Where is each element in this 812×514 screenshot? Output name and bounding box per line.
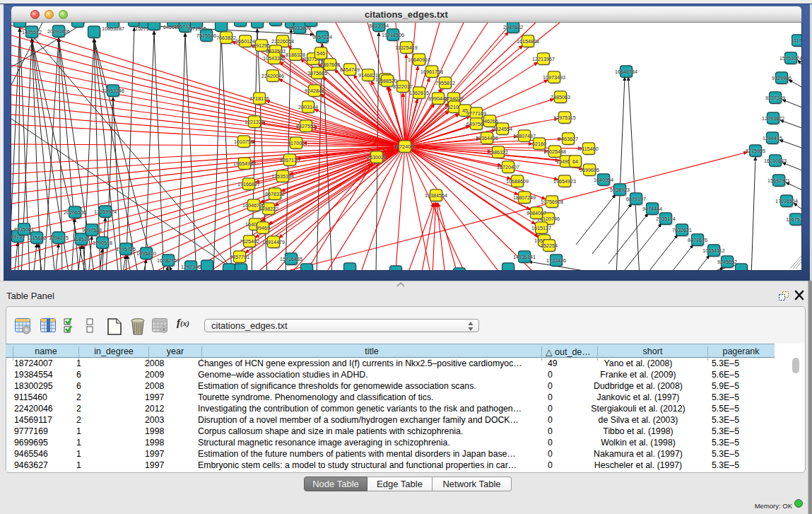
svg-text:10807487: 10807487 xyxy=(513,133,536,139)
svg-text:19218506: 19218506 xyxy=(382,32,404,38)
svg-text:9357224: 9357224 xyxy=(312,34,332,40)
svg-text:1795725: 1795725 xyxy=(116,246,136,252)
svg-text:8935061: 8935061 xyxy=(14,226,34,233)
svg-text:2718176: 2718176 xyxy=(249,95,269,102)
svg-text:19384554: 19384554 xyxy=(425,192,447,199)
svg-text:3624554: 3624554 xyxy=(493,126,512,132)
svg-text:8322037: 8322037 xyxy=(393,83,413,90)
svg-text:9699695: 9699695 xyxy=(579,167,599,173)
svg-text:99469: 99469 xyxy=(256,225,270,231)
svg-text:2530029: 2530029 xyxy=(367,154,387,160)
svg-text:10025488: 10025488 xyxy=(543,148,566,155)
svg-text:8186328: 8186328 xyxy=(286,52,305,58)
svg-text:1115682: 1115682 xyxy=(28,235,47,241)
svg-text:62160: 62160 xyxy=(532,141,546,147)
svg-text:1010755: 1010755 xyxy=(234,139,254,145)
svg-text:9097588: 9097588 xyxy=(82,227,102,233)
svg-text:16210643: 16210643 xyxy=(764,158,787,164)
svg-text:7663822: 7663822 xyxy=(216,35,236,41)
svg-text:15692971: 15692971 xyxy=(767,177,790,184)
svg-text:9115460: 9115460 xyxy=(579,146,598,152)
svg-text:7625402: 7625402 xyxy=(240,238,259,245)
svg-text:1733426: 1733426 xyxy=(546,257,566,264)
svg-text:18807249: 18807249 xyxy=(513,194,536,201)
svg-text:15720407: 15720407 xyxy=(497,164,519,170)
svg-text:15716485: 15716485 xyxy=(280,256,302,262)
svg-text:1292346: 1292346 xyxy=(181,264,201,270)
svg-text:5938923: 5938923 xyxy=(610,187,630,193)
svg-text:1204275: 1204275 xyxy=(49,235,69,241)
svg-text:1640954: 1640954 xyxy=(594,177,613,183)
svg-text:8454749: 8454749 xyxy=(340,66,360,73)
svg-text:3875685: 3875685 xyxy=(307,70,327,76)
svg-text:1405572: 1405572 xyxy=(22,29,42,35)
svg-text:7986322: 7986322 xyxy=(488,149,508,156)
svg-text:9084067: 9084067 xyxy=(526,210,546,216)
svg-text:252254: 252254 xyxy=(541,243,558,249)
svg-text:12213967: 12213967 xyxy=(532,56,555,62)
svg-text:1615137: 1615137 xyxy=(531,225,551,231)
svg-text:8813054: 8813054 xyxy=(369,23,389,29)
svg-text:16648784: 16648784 xyxy=(615,69,637,75)
svg-text:1362615: 1362615 xyxy=(409,90,429,96)
svg-text:18724007: 18724007 xyxy=(394,144,416,150)
svg-text:9457791: 9457791 xyxy=(230,254,249,260)
svg-text:8267130: 8267130 xyxy=(280,157,300,163)
svg-text:7485063: 7485063 xyxy=(551,94,570,100)
svg-text:14136141: 14136141 xyxy=(513,254,536,260)
svg-text:10973493: 10973493 xyxy=(543,74,565,81)
svg-text:7632621: 7632621 xyxy=(672,227,692,233)
svg-text:2987682: 2987682 xyxy=(503,24,523,30)
svg-text:1167533: 1167533 xyxy=(786,216,801,223)
svg-text:1290518: 1290518 xyxy=(93,240,112,246)
svg-text:10688609: 10688609 xyxy=(506,178,529,185)
svg-text:16914479: 16914479 xyxy=(262,239,285,245)
svg-text:10756928: 10756928 xyxy=(541,199,563,205)
svg-text:19654923: 19654923 xyxy=(553,178,576,185)
svg-text:12975115: 12975115 xyxy=(553,115,575,121)
svg-text:64: 64 xyxy=(572,158,578,165)
svg-text:9777169: 9777169 xyxy=(466,110,486,117)
svg-text:2935114: 2935114 xyxy=(656,216,675,222)
svg-text:8427552: 8427552 xyxy=(296,123,316,129)
svg-text:1244415: 1244415 xyxy=(763,135,782,141)
svg-text:11177: 11177 xyxy=(792,37,801,44)
svg-text:11325419: 11325419 xyxy=(395,45,417,51)
svg-text:7515546: 7515546 xyxy=(196,33,216,39)
svg-text:6879197: 6879197 xyxy=(626,196,646,202)
svg-text:8471676: 8471676 xyxy=(688,237,707,243)
svg-text:23226058: 23226058 xyxy=(271,38,294,45)
svg-text:12093872: 12093872 xyxy=(762,115,784,122)
svg-text:746266: 746266 xyxy=(481,118,498,124)
svg-text:20091406: 20091406 xyxy=(47,28,70,35)
svg-text:16046736: 16046736 xyxy=(242,202,265,209)
svg-text:19654983: 19654983 xyxy=(233,160,256,167)
svg-text:2803144: 2803144 xyxy=(298,104,318,110)
svg-text:9245652: 9245652 xyxy=(717,259,737,265)
svg-text:114519: 114519 xyxy=(73,236,89,243)
svg-text:9242848: 9242848 xyxy=(305,88,324,94)
svg-text:9227349: 9227349 xyxy=(765,95,785,101)
svg-text:10654112: 10654112 xyxy=(702,247,724,254)
svg-text:16640910: 16640910 xyxy=(408,57,430,63)
svg-text:16961758: 16961758 xyxy=(420,69,443,75)
svg-text:546: 546 xyxy=(317,50,325,57)
svg-text:8660124: 8660124 xyxy=(235,38,255,45)
svg-text:17359924: 17359924 xyxy=(94,209,117,215)
svg-text:10653287: 10653287 xyxy=(102,25,124,32)
svg-text:16782759: 16782759 xyxy=(157,257,180,264)
svg-text:22420046: 22420046 xyxy=(261,73,284,79)
svg-text:8215955: 8215955 xyxy=(746,148,765,154)
svg-text:15751074: 15751074 xyxy=(779,55,801,62)
svg-text:21053346: 21053346 xyxy=(102,88,124,94)
svg-text:20364436: 20364436 xyxy=(476,135,498,141)
svg-text:9329966: 9329966 xyxy=(772,75,792,81)
svg-text:1095810: 1095810 xyxy=(136,250,156,257)
svg-text:10543382: 10543382 xyxy=(263,55,286,62)
svg-text:13535394: 13535394 xyxy=(271,173,294,180)
svg-text:1221336: 1221336 xyxy=(245,119,264,125)
svg-text:19166827: 19166827 xyxy=(237,181,260,187)
svg-text:17016504: 17016504 xyxy=(775,198,798,204)
svg-text:20206536: 20206536 xyxy=(64,209,86,216)
svg-text:8678332: 8678332 xyxy=(265,191,285,197)
